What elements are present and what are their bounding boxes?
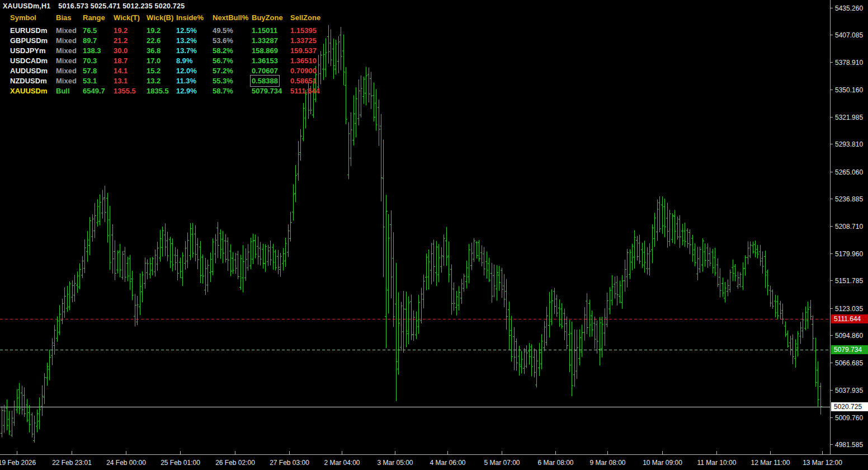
- panel-cell-wick_t-EURUSDm: 19.2: [114, 26, 128, 35]
- panel-cell-wick_t-XAUUSDm: 1355.5: [114, 87, 136, 95]
- time-axis-label: 26 Feb 02:00: [215, 459, 255, 467]
- panel-cell-symbol-USDCADm: USDCADm: [10, 57, 48, 65]
- price-axis-label: 5151.785: [835, 277, 863, 285]
- panel-cell-inside-GBPUSDm: 13.2%: [176, 36, 197, 45]
- panel-cell-next_bull-EURUSDm: 49.5%: [213, 26, 233, 35]
- panel-cell-range-NZDUSDm: 53.1: [83, 77, 97, 85]
- price-axis-label: 5123.035: [835, 305, 863, 313]
- panel-cell-range-USDJPYm: 138.3: [83, 46, 101, 55]
- time-axis-label: 27 Feb 03:00: [270, 459, 309, 467]
- panel-cell-wick_t-AUDUSDm: 14.1: [114, 67, 128, 75]
- time-axis-label: 12 Mar 11:00: [751, 459, 790, 467]
- panel-cell-symbol-NZDUSDm: NZDUSDm: [10, 77, 47, 85]
- panel-cell-bias-USDJPYm: Mixed: [56, 46, 77, 55]
- panel-cell-sell_zone-XAUUSDm: 5111.644: [290, 87, 320, 95]
- time-axis-label: 4 Mar 06:00: [430, 459, 465, 467]
- panel-cell-symbol-USDJPYm: USDJPYm: [10, 46, 46, 55]
- panel-cell-range-GBPUSDm: 89.7: [83, 36, 97, 45]
- panel-cell-next_bull-USDCADm: 56.7%: [213, 57, 233, 65]
- panel-cell-range-USDCADm: 70.3: [83, 57, 97, 65]
- price-badge-label-buy-zone: 5079.734: [834, 346, 862, 354]
- price-axis-label: 5236.885: [835, 195, 863, 203]
- panel-cell-next_bull-GBPUSDm: 53.6%: [213, 36, 233, 45]
- time-axis-label: 25 Feb 01:00: [161, 459, 200, 467]
- panel-header-wick_t: Wick(T): [114, 13, 140, 22]
- panel-cell-inside-USDJPYm: 13.7%: [176, 46, 197, 55]
- panel-cell-inside-XAUUSDm: 12.9%: [176, 87, 197, 95]
- panel-cell-bias-AUDUSDm: Mixed: [56, 67, 77, 75]
- panel-cell-symbol-AUDUSDm: AUDUSDm: [10, 67, 48, 75]
- price-badge-label-current-price: 5020.725: [834, 403, 862, 411]
- panel-header-sell_zone: SellZone: [290, 13, 320, 22]
- panel-cell-buy_zone-USDJPYm: 158.869: [252, 46, 278, 55]
- panel-header-bias: Bias: [56, 13, 71, 22]
- panel-cell-buy_zone-USDCADm: 1.36153: [252, 57, 278, 65]
- panel-cell-wick_b-EURUSDm: 19.2: [147, 26, 161, 35]
- time-axis-label: 13 Mar 12:00: [803, 459, 842, 467]
- panel-cell-buy_zone-GBPUSDm: 1.33287: [252, 36, 278, 45]
- panel-header-next_bull: NextBull%: [213, 13, 248, 22]
- panel-cell-inside-NZDUSDm: 11.3%: [176, 77, 196, 85]
- panel-cell-next_bull-NZDUSDm: 55.3%: [213, 77, 233, 85]
- time-axis-label: 6 Mar 08:00: [537, 459, 573, 467]
- panel-cell-sell_zone-GBPUSDm: 1.33725: [290, 36, 317, 45]
- price-chart-surface[interactable]: 5435.2605407.0855378.9105350.1605321.985…: [0, 0, 868, 470]
- panel-cell-range-EURUSDm: 76.5: [83, 26, 97, 35]
- price-axis-label: 5179.960: [835, 250, 863, 258]
- panel-cell-symbol-GBPUSDm: GBPUSDm: [10, 36, 48, 45]
- panel-cell-wick_b-XAUUSDm: 1835.5: [147, 87, 169, 95]
- time-axis-label: 22 Feb 23:01: [52, 459, 92, 467]
- time-axis-label: 24 Feb 00:00: [106, 459, 146, 467]
- time-axis-label: 5 Mar 07:00: [484, 459, 520, 467]
- panel-header-buy_zone: BuyZone: [252, 13, 283, 22]
- panel-cell-range-XAUUSDm: 6549.7: [83, 87, 105, 95]
- price-axis-label: 5208.710: [835, 223, 863, 231]
- time-axis[interactable]: 19 Feb 202622 Feb 23:0124 Feb 00:0025 Fe…: [0, 451, 842, 467]
- panel-cell-sell_zone-EURUSDm: 1.15395: [290, 26, 317, 35]
- price-axis-label: 5435.260: [835, 4, 863, 12]
- panel-cell-bias-EURUSDm: Mixed: [56, 26, 77, 35]
- panel-cell-bias-GBPUSDm: Mixed: [56, 36, 77, 45]
- panel-cell-next_bull-USDJPYm: 58.2%: [213, 46, 233, 55]
- panel-cell-sell_zone-USDCADm: 1.36510: [290, 57, 317, 65]
- panel-cell-buy_zone-EURUSDm: 1.15011: [252, 26, 277, 35]
- panel-cell-bias-USDCADm: Mixed: [56, 57, 77, 65]
- price-axis-label: 5321.985: [835, 114, 863, 121]
- panel-cell-inside-EURUSDm: 12.5%: [176, 26, 197, 35]
- panel-cell-wick_b-USDJPYm: 36.8: [147, 46, 161, 55]
- panel-cell-wick_t-USDJPYm: 30.0: [114, 46, 128, 55]
- panel-cell-next_bull-XAUUSDm: 58.7%: [213, 87, 233, 95]
- panel-cell-wick_b-GBPUSDm: 22.6: [147, 36, 161, 45]
- panel-cell-inside-AUDUSDm: 12.0%: [176, 67, 197, 75]
- panel-cell-sell_zone-AUDUSDm: 0.70900: [290, 67, 317, 75]
- panel-cell-next_bull-AUDUSDm: 57.2%: [213, 67, 233, 75]
- panel-cell-wick_t-USDCADm: 18.7: [114, 57, 128, 65]
- panel-cell-wick_b-USDCADm: 17.0: [147, 57, 161, 65]
- panel-cell-buy_zone-NZDUSDm: 0.58388: [252, 77, 278, 85]
- chart-ohlc-quotes: 5016.573 5025.471 5012.235 5020.725: [58, 2, 185, 10]
- price-axis-label: 5378.910: [835, 59, 863, 67]
- panel-cell-symbol-XAUUSDm: XAUUSDm: [10, 87, 47, 95]
- panel-cell-range-AUDUSDm: 57.8: [83, 67, 97, 75]
- price-axis-label: 5350.160: [835, 86, 863, 94]
- panel-cell-bias-XAUUSDm: Bull: [56, 87, 70, 95]
- panel-cell-symbol-EURUSDm: EURUSDm: [10, 26, 47, 35]
- panel-cell-wick_t-NZDUSDm: 13.1: [114, 77, 128, 85]
- price-axis-label: 5094.860: [835, 332, 863, 340]
- price-axis[interactable]: 5435.2605407.0855378.9105350.1605321.985…: [830, 4, 863, 449]
- panel-cell-buy_zone-XAUUSDm: 5079.734: [252, 87, 282, 95]
- price-axis-label: 4981.585: [835, 441, 863, 449]
- panel-header-symbol: Symbol: [10, 13, 36, 22]
- panel-header-inside: Inside%: [176, 13, 204, 22]
- price-axis-label: 5066.685: [835, 359, 863, 367]
- panel-cell-buy_zone-AUDUSDm: 0.70607: [252, 67, 278, 75]
- terminal-window: { "title": { "instrument": "XAUUSDm,H1",…: [0, 0, 868, 470]
- time-axis-label: 9 Mar 08:00: [589, 459, 625, 467]
- price-axis-label: 5009.760: [835, 414, 863, 422]
- price-axis-label: 5265.060: [835, 168, 863, 176]
- time-axis-label: 11 Mar 10:00: [697, 459, 737, 467]
- panel-cell-sell_zone-USDJPYm: 159.537: [290, 46, 317, 55]
- panel-cell-bias-NZDUSDm: Mixed: [56, 77, 77, 85]
- panel-header-wick_b: Wick(B): [147, 13, 173, 22]
- time-axis-label: 19 Feb 2026: [0, 459, 36, 467]
